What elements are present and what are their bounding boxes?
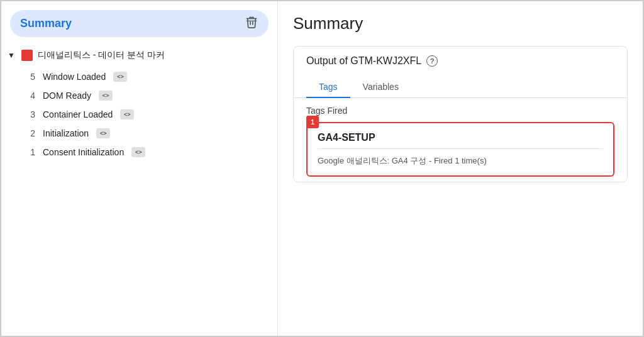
main-content: Summary Output of GTM-KWJ2XFL ? Tags Var… bbox=[278, 1, 643, 336]
list-item[interactable]: 3 Container Loaded <> bbox=[1, 105, 277, 124]
event-number: 4 bbox=[26, 91, 35, 101]
main-container-item[interactable]: ▼ 디애널리틱스 - 데이터 분석 마커 bbox=[1, 43, 277, 67]
help-icon[interactable]: ? bbox=[426, 55, 438, 67]
event-label: Initialization bbox=[43, 128, 89, 138]
code-icon: <> bbox=[113, 72, 127, 82]
event-number: 1 bbox=[26, 147, 35, 157]
tab-variables[interactable]: Variables bbox=[350, 77, 411, 98]
tag-description: Google 애널리틱스: GA4 구성 - Fired 1 time(s) bbox=[318, 149, 603, 169]
tag-color-icon bbox=[21, 50, 33, 61]
event-label: Container Loaded bbox=[43, 109, 113, 119]
code-icon: <> bbox=[131, 147, 145, 157]
sidebar-header[interactable]: Summary bbox=[10, 10, 269, 37]
chevron-icon: ▼ bbox=[8, 51, 15, 60]
code-icon: <> bbox=[96, 128, 110, 138]
tags-fired-label: Tags Fired bbox=[306, 106, 614, 116]
event-list: 5 Window Loaded <> 4 DOM Ready <> 3 Cont… bbox=[1, 67, 277, 162]
tag-name: GA4-SETUP bbox=[318, 132, 603, 143]
card-header: Output of GTM-KWJ2XFL ? bbox=[294, 47, 627, 67]
list-item[interactable]: 1 Consent Initialization <> bbox=[1, 143, 277, 162]
tag-fired-item[interactable]: GA4-SETUP Google 애널리틱스: GA4 구성 - Fired 1… bbox=[308, 123, 613, 175]
event-number: 3 bbox=[26, 109, 35, 119]
code-icon: <> bbox=[120, 109, 134, 119]
output-card: Output of GTM-KWJ2XFL ? Tags Variables T… bbox=[293, 46, 628, 182]
event-label: DOM Ready bbox=[43, 91, 91, 101]
list-item[interactable]: 2 Initialization <> bbox=[1, 124, 277, 143]
tags-fired-section: 1 GA4-SETUP Google 애널리틱스: GA4 구성 - Fired… bbox=[306, 122, 614, 177]
container-label: 디애널리틱스 - 데이터 분석 마커 bbox=[38, 50, 165, 61]
list-item[interactable]: 5 Window Loaded <> bbox=[1, 67, 277, 86]
page-title: Summary bbox=[293, 14, 628, 33]
sidebar-title: Summary bbox=[20, 17, 72, 30]
tab-tags[interactable]: Tags bbox=[306, 77, 350, 98]
list-item[interactable]: 4 DOM Ready <> bbox=[1, 86, 277, 105]
tags-section: Tags Fired 1 GA4-SETUP Google 애널리틱스: GA4… bbox=[294, 98, 627, 182]
delete-icon[interactable] bbox=[245, 15, 258, 32]
event-number: 5 bbox=[26, 72, 35, 82]
tabs-container: Tags Variables bbox=[294, 70, 627, 98]
sidebar: Summary ▼ 디애널리틱스 - 데이터 분석 마커 5 Window Lo… bbox=[1, 1, 278, 336]
event-label: Consent Initialization bbox=[43, 147, 124, 157]
fired-badge: 1 bbox=[306, 116, 319, 128]
card-header-text: Output of GTM-KWJ2XFL bbox=[306, 55, 421, 67]
event-number: 2 bbox=[26, 128, 35, 138]
code-icon: <> bbox=[99, 91, 113, 101]
event-label: Window Loaded bbox=[43, 72, 106, 82]
